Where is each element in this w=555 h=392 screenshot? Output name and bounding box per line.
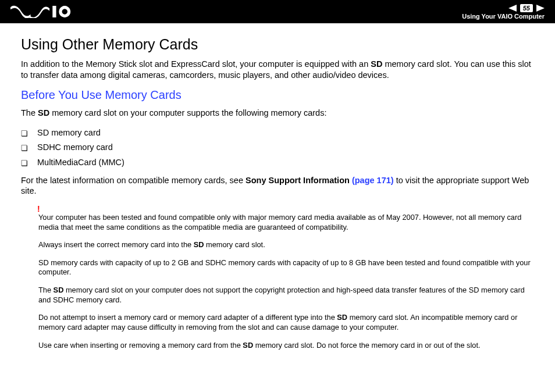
page-content: Using Other Memory Cards In addition to …: [0, 23, 555, 350]
section-title: Using Your VAIO Computer: [462, 13, 545, 20]
bold-sd: SD: [337, 313, 347, 322]
list-item-label: SDHC memory card: [37, 142, 113, 152]
page-title: Using Other Memory Cards: [21, 36, 534, 53]
header-right: 55 Using Your VAIO Computer: [462, 4, 545, 20]
list-item: ❏MultiMediaCard (MMC): [21, 156, 534, 169]
bold-sd: SD: [38, 108, 49, 117]
text: Do not attempt to insert a memory card o…: [38, 313, 337, 322]
note-paragraph: The SD memory card slot on your computer…: [38, 286, 534, 305]
notes-block: ! Your computer has been tested and foun…: [38, 205, 534, 350]
text: memory card slot on your computer does n…: [38, 286, 525, 304]
list-item: ❏SD memory card: [21, 127, 534, 140]
note-paragraph: Always insert the correct memory card in…: [38, 240, 534, 250]
note-paragraph: SD memory cards with capacity of up to 2…: [38, 258, 534, 277]
bold-sd: SD: [243, 341, 253, 350]
list-item-label: SD memory card: [37, 128, 101, 137]
bold-support: Sony Support Information: [246, 176, 352, 185]
latest-info-paragraph: For the latest information on compatible…: [21, 175, 534, 197]
svg-rect-0: [52, 6, 56, 17]
svg-marker-2: [536, 5, 545, 12]
bullet-icon: ❏: [21, 128, 28, 140]
text: memory card slot.: [204, 240, 265, 249]
bullet-icon: ❏: [21, 142, 28, 154]
page-nav: 55: [508, 4, 545, 12]
list-item: ❏SDHC memory card: [21, 141, 534, 154]
page-number: 55: [520, 4, 533, 12]
bold-sd: SD: [194, 240, 204, 249]
svg-marker-1: [508, 5, 517, 12]
text: The: [21, 108, 38, 117]
bold-sd: SD: [54, 286, 64, 294]
header-bar: 55 Using Your VAIO Computer: [0, 0, 555, 23]
note-paragraph: Your computer has been tested and found …: [38, 213, 534, 232]
text: Always insert the correct memory card in…: [38, 240, 194, 249]
bullet-icon: ❏: [21, 158, 28, 169]
text: memory card slot on your computer suppor…: [49, 108, 326, 117]
supports-paragraph: The SD memory card slot on your computer…: [21, 108, 534, 119]
nav-prev-button[interactable]: [508, 5, 517, 12]
note-paragraph: Use care when inserting or removing a me…: [38, 341, 534, 351]
warning-icon: !: [37, 205, 534, 213]
note-paragraph: Do not attempt to insert a memory card o…: [38, 313, 534, 332]
bold-sd: SD: [371, 59, 382, 69]
vaio-logo: [10, 5, 74, 18]
text: For the latest information on compatible…: [21, 176, 246, 185]
intro-paragraph: In addition to the Memory Stick slot and…: [21, 59, 534, 80]
text: In addition to the Memory Stick slot and…: [21, 59, 371, 69]
text: The: [38, 286, 54, 294]
nav-next-button[interactable]: [536, 5, 545, 12]
text: memory card slot. Do not force the memor…: [253, 341, 480, 350]
memory-card-list: ❏SD memory card ❏SDHC memory card ❏Multi…: [21, 127, 534, 169]
text: Use care when inserting or removing a me…: [38, 341, 243, 350]
page-link[interactable]: (page 171): [352, 176, 394, 185]
subsection-title: Before You Use Memory Cards: [21, 88, 534, 102]
list-item-label: MultiMediaCard (MMC): [37, 158, 124, 167]
